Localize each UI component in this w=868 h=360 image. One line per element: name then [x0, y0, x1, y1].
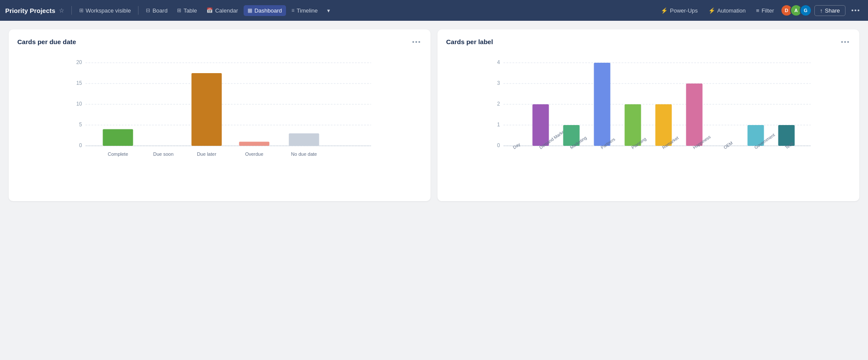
- app-title: Priority Projects: [5, 7, 55, 14]
- topbar-ellipsis-button[interactable]: [848, 7, 863, 13]
- filter-button[interactable]: ≡ Filter: [752, 5, 778, 16]
- power-ups-button[interactable]: ⚡ Power-Ups: [657, 5, 701, 16]
- svg-text:OEM: OEM: [723, 141, 733, 150]
- svg-text:0: 0: [79, 142, 82, 148]
- svg-text:Due soon: Due soon: [153, 151, 174, 157]
- due-date-chart-header: Cards per due date: [17, 38, 422, 45]
- nav-calendar[interactable]: 📅 Calendar: [203, 5, 242, 16]
- due-date-chart-area: 20 15 10 5 0 Complete Due soon Due later: [17, 54, 422, 193]
- bar-complete: [103, 129, 133, 146]
- svg-text:Day: Day: [512, 141, 521, 150]
- due-date-svg: 20 15 10 5 0 Complete Due soon Due later: [17, 54, 422, 193]
- main-content: Cards per due date 20 15 10 5 0: [0, 21, 868, 210]
- bar-remarket: [656, 104, 672, 146]
- star-icon[interactable]: ☆: [59, 7, 64, 14]
- per-label-chart-menu[interactable]: [839, 39, 851, 45]
- topbar: Priority Projects ☆ ⊞ Workspace visible …: [0, 0, 868, 21]
- share-button[interactable]: ↑ Share: [814, 5, 845, 16]
- workspace-visible-label: Workspace visible: [86, 7, 131, 14]
- per-label-chart-title: Cards per label: [446, 38, 493, 45]
- nav-table[interactable]: ⊞ Table: [173, 5, 201, 16]
- due-date-chart-card: Cards per due date 20 15 10 5 0: [9, 29, 431, 201]
- svg-text:Due later: Due later: [197, 151, 216, 157]
- bar-no-due-date: [289, 133, 319, 146]
- svg-text:0: 0: [497, 142, 500, 148]
- separator-2: [138, 6, 138, 15]
- svg-text:Complete: Complete: [108, 151, 128, 157]
- board-icon: ⊟: [146, 7, 150, 13]
- topbar-right: ⚡ Power-Ups ⚡ Automation ≡ Filter D A G …: [657, 4, 863, 16]
- filter-label: Filter: [762, 7, 774, 14]
- svg-text:20: 20: [76, 59, 82, 65]
- due-date-chart-menu[interactable]: [411, 39, 422, 45]
- workspace-visible-button[interactable]: ⊞ Workspace visible: [75, 5, 135, 16]
- per-label-svg: 4 3 2 1 0 Day Demand Market... Marketing: [446, 54, 851, 193]
- bar-due-later: [192, 73, 222, 146]
- power-ups-icon: ⚡: [661, 7, 668, 14]
- share-icon: ↑: [820, 7, 823, 14]
- nav-timeline[interactable]: ≡ Timeline: [288, 5, 322, 16]
- automation-label: Automation: [717, 7, 746, 14]
- filter-icon: ≡: [756, 7, 759, 14]
- automation-button[interactable]: ⚡ Automation: [704, 5, 750, 16]
- svg-text:2: 2: [497, 101, 500, 107]
- per-label-chart-card: Cards per label 4 3 2 1 0: [437, 29, 859, 201]
- bar-overdue: [239, 141, 270, 146]
- per-label-chart-header: Cards per label: [446, 38, 851, 45]
- avatar-g[interactable]: G: [800, 4, 812, 16]
- share-label: Share: [825, 7, 840, 14]
- table-icon: ⊞: [177, 7, 181, 13]
- bar-planning: [625, 104, 641, 146]
- power-ups-label: Power-Ups: [670, 7, 698, 14]
- svg-text:No due date: No due date: [291, 151, 317, 157]
- svg-text:1: 1: [497, 122, 500, 128]
- svg-text:Overdue: Overdue: [245, 151, 263, 157]
- svg-text:15: 15: [76, 80, 82, 86]
- per-label-chart-area: 4 3 2 1 0 Day Demand Market... Marketing: [446, 54, 851, 193]
- timeline-icon: ≡: [292, 7, 295, 13]
- workspace-icon: ⊞: [79, 7, 84, 13]
- nav-more-button[interactable]: ▾: [323, 5, 334, 16]
- svg-text:10: 10: [76, 101, 82, 107]
- nav-calendar-label: Calendar: [215, 7, 238, 14]
- svg-text:5: 5: [79, 122, 82, 128]
- svg-text:3: 3: [497, 80, 500, 86]
- bar-happiness: [686, 84, 703, 146]
- nav-board[interactable]: ⊟ Board: [142, 5, 171, 16]
- svg-text:4: 4: [497, 59, 500, 65]
- chevron-down-icon: ▾: [327, 7, 330, 14]
- separator-1: [71, 6, 72, 15]
- due-date-chart-title: Cards per due date: [17, 38, 76, 45]
- avatar-group: D A G: [781, 4, 812, 16]
- bar-demand-marketing: [533, 104, 549, 146]
- nav-table-label: Table: [183, 7, 197, 14]
- automation-icon: ⚡: [708, 7, 715, 14]
- nav-board-label: Board: [152, 7, 167, 14]
- nav-dashboard-label: Dashboard: [254, 7, 282, 14]
- bar-partners: [594, 63, 611, 146]
- calendar-icon: 📅: [206, 7, 213, 13]
- nav-dashboard[interactable]: ▦ Dashboard: [244, 5, 286, 16]
- dashboard-icon: ▦: [248, 7, 252, 13]
- nav-timeline-label: Timeline: [297, 7, 318, 14]
